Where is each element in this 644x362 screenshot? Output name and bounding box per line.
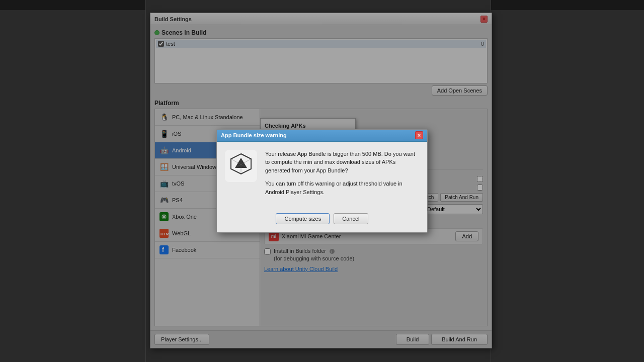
- dialog-message2: You can turn off this warning or adjust …: [265, 179, 419, 196]
- dialog-message1: Your release App Bundle is bigger than 5…: [265, 150, 419, 175]
- dialog-titlebar: App Bundle size warning ×: [217, 130, 427, 142]
- dialog-box: App Bundle size warning × Your: [216, 129, 428, 233]
- unity-logo-icon: [225, 150, 257, 182]
- dialog-title: App Bundle size warning: [221, 132, 287, 138]
- dialog-overlay: App Bundle size warning × Your: [0, 0, 644, 362]
- dialog-close-button[interactable]: ×: [415, 131, 423, 139]
- dialog-buttons: Compute sizes Cancel: [217, 209, 427, 232]
- dialog-icon-area: [225, 150, 257, 202]
- dialog-body: Your release App Bundle is bigger than 5…: [217, 142, 427, 210]
- dialog-text-area: Your release App Bundle is bigger than 5…: [265, 150, 419, 202]
- compute-sizes-button[interactable]: Compute sizes: [276, 213, 330, 224]
- cancel-dialog-button[interactable]: Cancel: [334, 213, 368, 224]
